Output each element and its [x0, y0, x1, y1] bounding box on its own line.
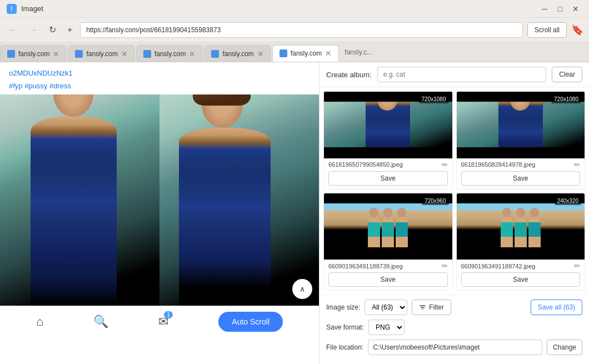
- album-name-input[interactable]: [377, 67, 547, 82]
- scroll-all-button[interactable]: Scroll all: [527, 22, 567, 38]
- image-dimension-3: 240x320: [555, 197, 581, 205]
- tab-close-3[interactable]: ✕: [189, 49, 196, 58]
- format-row: Save format: PNG: [326, 320, 582, 335]
- filter-button[interactable]: Filter: [412, 300, 451, 315]
- navigation-bar: ← → ↻ + Scroll all 🔖: [0, 18, 589, 42]
- address-bar[interactable]: [80, 22, 522, 38]
- image-thumb-2[interactable]: 720x960: [324, 193, 452, 260]
- image-filename-2: 660901963491188739.jpeg: [328, 263, 403, 270]
- tab-4[interactable]: fansly.com ✕: [204, 45, 271, 62]
- filter-label: Filter: [429, 303, 444, 311]
- tab-label-5: fansly.com: [291, 49, 322, 57]
- tab-2[interactable]: fansly.com ✕: [68, 45, 134, 62]
- post-image-1[interactable]: ···: [0, 94, 159, 306]
- tab-favicon-1: [7, 50, 15, 58]
- image-filename-0: 661819650799054850.jpeg: [328, 161, 403, 168]
- image-filename-1: 661819650828414978.jpeg: [461, 161, 536, 168]
- image-dimension-1: 720x1080: [551, 95, 581, 103]
- image-dimension-2: 720x960: [422, 197, 448, 205]
- imaget-panel: Create album: Clear 720x1080: [320, 62, 589, 364]
- image-grid: 720x1080 661819650799054850.jpeg ✏ Save: [320, 87, 589, 295]
- image-thumb-3[interactable]: 240x320: [457, 193, 585, 260]
- format-select[interactable]: PNG: [368, 320, 405, 335]
- tab-close-1[interactable]: ✕: [53, 49, 59, 58]
- imaget-controls: Image size: All (63) Filter Save all (63…: [320, 295, 589, 364]
- image-thumb-0[interactable]: 720x1080: [324, 92, 452, 158]
- search-icon[interactable]: 🔍: [93, 315, 108, 329]
- close-button[interactable]: ✕: [569, 2, 582, 16]
- browser-panel: o2MDUxNDUzNzk1 #fyp #pussy #dress ···: [0, 62, 320, 364]
- forward-button[interactable]: →: [26, 23, 41, 37]
- create-album-label: Create album:: [326, 71, 372, 79]
- image-dimension-0: 720x1080: [419, 95, 449, 103]
- extension-icon[interactable]: 🔖: [571, 24, 583, 36]
- tab-overflow: fansly.c...: [340, 48, 377, 56]
- reload-button[interactable]: ↻: [46, 22, 59, 37]
- maximize-button[interactable]: □: [553, 2, 567, 16]
- file-location-row: File location: Change: [326, 340, 582, 355]
- tabs-bar: fansly.com ✕ fansly.com ✕ fansly.com ✕ f…: [0, 42, 589, 62]
- image-card-0: 720x1080 661819650799054850.jpeg ✏ Save: [323, 91, 453, 190]
- tab-favicon-2: [75, 50, 83, 58]
- app-icon: I: [7, 4, 17, 14]
- image-card-3: 240x320 660901963491188742.jpeg ✏ Save: [456, 193, 586, 291]
- tab-label-3: fansly.com: [154, 50, 186, 58]
- tab-1[interactable]: fansly.com ✕: [0, 45, 67, 62]
- tab-5[interactable]: fansly.com ✕: [272, 45, 339, 62]
- post-tags: #fyp #pussy #dress: [9, 82, 310, 90]
- file-location-label: File location:: [326, 343, 363, 351]
- save-image-button-1[interactable]: Save: [461, 171, 581, 186]
- image-card-footer-3: 660901963491188742.jpeg ✏ Save: [457, 260, 585, 290]
- image-card-footer-2: 660901963491188739.jpeg ✏ Save: [324, 260, 452, 290]
- image-card-footer-0: 661819650799054850.jpeg ✏ Save: [324, 158, 452, 189]
- main-content: o2MDUxNDUzNzk1 #fyp #pussy #dress ···: [0, 62, 589, 364]
- tab-favicon-5: [279, 49, 287, 57]
- tab-close-5[interactable]: ✕: [325, 49, 332, 58]
- scroll-up-button[interactable]: ∧: [292, 279, 312, 299]
- tab-favicon-3: [143, 50, 151, 58]
- edit-filename-icon-2[interactable]: ✏: [442, 262, 448, 270]
- save-image-button-3[interactable]: Save: [461, 272, 581, 287]
- image-size-row: Image size: All (63) Filter Save all (63…: [326, 300, 582, 315]
- title-bar: I Imaget ─ □ ✕: [0, 0, 589, 18]
- minimize-button[interactable]: ─: [538, 2, 551, 16]
- back-button[interactable]: ←: [6, 23, 21, 37]
- image-size-label: Image size:: [326, 303, 360, 311]
- edit-filename-icon-3[interactable]: ✏: [574, 262, 580, 270]
- tab-label-1: fansly.com: [18, 50, 49, 58]
- auto-scroll-button[interactable]: Auto Scroll: [218, 312, 283, 332]
- image-thumb-1[interactable]: 720x1080: [457, 92, 585, 158]
- tab-label-4: fansly.com: [222, 50, 253, 58]
- file-location-input[interactable]: [368, 340, 542, 355]
- home-icon[interactable]: ⌂: [36, 315, 43, 329]
- image-card-footer-1: 661819650828414978.jpeg ✏ Save: [457, 158, 585, 189]
- image-filename-3: 660901963491188742.jpeg: [461, 263, 536, 270]
- tab-label-2: fansly.com: [86, 50, 117, 58]
- image-options-menu-1[interactable]: ···: [147, 99, 155, 111]
- mail-icon[interactable]: ✉ 1: [158, 315, 168, 329]
- image-size-select[interactable]: All (63): [365, 300, 407, 315]
- filter-icon: [419, 304, 426, 311]
- app-title: Imaget: [21, 4, 43, 13]
- image-card-2: 720x960 660901963491188739.jpeg ✏ Save: [323, 193, 453, 291]
- save-image-button-0[interactable]: Save: [328, 171, 448, 186]
- edit-filename-icon-1[interactable]: ✏: [574, 161, 580, 169]
- post-images-grid: ··· ∧: [0, 94, 319, 306]
- save-format-label: Save format:: [326, 323, 364, 331]
- mail-badge: 1: [164, 311, 173, 318]
- post-id[interactable]: o2MDUxNDUzNzk1: [9, 69, 310, 77]
- imaget-header: Create album: Clear: [320, 62, 589, 87]
- tab-3[interactable]: fansly.com ✕: [136, 45, 203, 62]
- edit-filename-icon-0[interactable]: ✏: [442, 161, 448, 169]
- save-image-button-2[interactable]: Save: [328, 272, 448, 287]
- save-all-button[interactable]: Save all (63): [531, 300, 582, 315]
- tab-close-2[interactable]: ✕: [121, 49, 128, 58]
- tab-favicon-4: [211, 50, 219, 58]
- tab-close-4[interactable]: ✕: [257, 49, 264, 58]
- post-image-2[interactable]: ∧: [159, 94, 319, 306]
- clear-button[interactable]: Clear: [552, 67, 582, 82]
- change-location-button[interactable]: Change: [547, 340, 582, 355]
- new-tab-button[interactable]: +: [64, 23, 76, 37]
- image-card-1: 720x1080 661819650828414978.jpeg ✏ Save: [456, 91, 586, 190]
- browser-bottom-bar: ⌂ 🔍 ✉ 1 Auto Scroll: [0, 306, 319, 337]
